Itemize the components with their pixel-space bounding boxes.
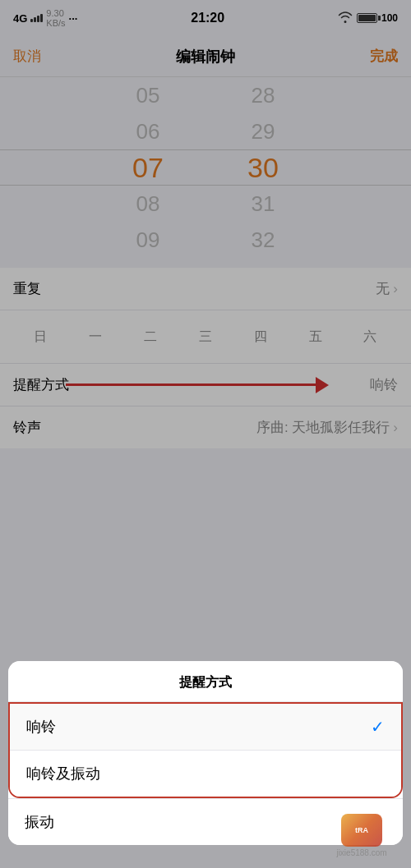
watermark-logo-text: tRA [355,826,368,834]
action-sheet-title: 提醒方式 [179,675,232,689]
action-sheet-title-box: 提醒方式 [8,661,403,702]
option-ring[interactable]: 响铃 ✓ [10,704,401,751]
option-ring-vibrate-label: 响铃及振动 [26,764,100,783]
action-sheet-items: 响铃 ✓ 响铃及振动 [8,702,403,798]
check-icon: ✓ [371,717,385,737]
watermark-site: jixie5188.com [336,848,386,857]
option-vibrate-label: 振动 [25,812,54,832]
option-ring-vibrate[interactable]: 响铃及振动 [10,751,401,797]
modal-overlay[interactable]: 提醒方式 响铃 ✓ 响铃及振动 振动 [0,0,411,868]
watermark-logo: tRA [341,814,382,847]
option-ring-label: 响铃 [26,717,56,737]
watermark-area: tRA jixie5188.com [321,811,403,860]
